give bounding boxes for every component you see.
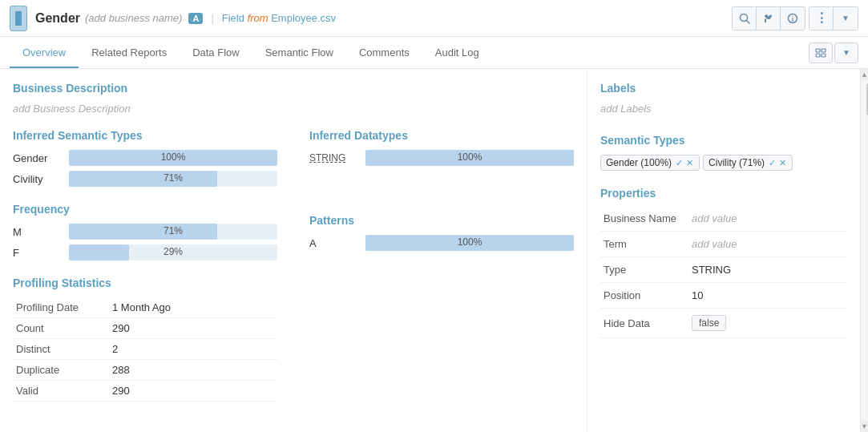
pattern-pct-0: 100% xyxy=(458,236,482,248)
semantic-tag-0-check[interactable]: ✓ xyxy=(675,158,684,168)
search-button[interactable] xyxy=(733,7,757,30)
pattern-row-0: A 100% xyxy=(309,235,574,251)
stat-value-1: 290 xyxy=(109,318,277,339)
semantic-tag-0: Gender (100%) ✓ ✕ xyxy=(600,155,700,171)
add-business-description[interactable]: add Business Description xyxy=(13,103,574,115)
stat-key-1: Count xyxy=(13,318,109,339)
more-dropdown-button[interactable]: ▼ xyxy=(834,7,858,30)
semantic-types-section: Semantic Types Gender (100%) ✓ ✕ Civilit… xyxy=(600,134,847,171)
more-button-group: ⋮ ▼ xyxy=(809,6,858,30)
inferred-datatype-pct-0: 100% xyxy=(458,151,482,163)
inferred-semantic-label-1: Civility xyxy=(13,173,69,185)
inferred-semantic-pct-0: 100% xyxy=(161,151,186,163)
business-description-title: Business Description xyxy=(13,82,574,95)
tab-data-flow[interactable]: Data Flow xyxy=(180,38,252,68)
frequency-bar-0: 71% xyxy=(69,224,277,240)
frequency-pct-0: 71% xyxy=(164,225,183,236)
prop-value-business-name[interactable]: add value xyxy=(692,212,737,224)
semantic-tag-label-1: Civility (71%) xyxy=(709,157,765,168)
scrollbar-down[interactable]: ▼ xyxy=(861,421,869,432)
inferred-semantic-bar-1: 71% xyxy=(69,171,277,187)
page-subtitle: (add business name) xyxy=(85,12,182,24)
frequency-pct-1: 29% xyxy=(164,246,183,257)
prop-row-business-name: Business Name add value xyxy=(600,206,847,232)
more-options-button[interactable]: ⋮ xyxy=(809,7,834,30)
prop-row-type: Type STRING xyxy=(600,257,847,283)
page-title: Gender xyxy=(35,11,80,26)
prop-row-hide-data: Hide Data false xyxy=(600,309,847,338)
svg-rect-7 xyxy=(822,54,826,57)
semantic-tag-1-check[interactable]: ✓ xyxy=(768,158,777,168)
view-options-button[interactable] xyxy=(809,42,833,63)
stat-row-3: Duplicate 288 xyxy=(13,360,277,381)
properties-title: Properties xyxy=(600,187,847,200)
profiling-statistics-section: Profiling Statistics Profiling Date 1 Mo… xyxy=(13,277,277,402)
inferred-semantic-pct-1: 71% xyxy=(164,172,183,184)
frequency-section: Frequency M 71% F 29% xyxy=(13,203,277,260)
stat-key-2: Distinct xyxy=(13,339,109,360)
semantic-tag-1: Civility (71%) ✓ ✕ xyxy=(703,155,793,171)
stat-value-2: 2 xyxy=(109,339,277,360)
prop-key-term: Term xyxy=(600,232,688,257)
tab-semantic-flow[interactable]: Semantic Flow xyxy=(252,38,346,68)
patterns-section: Patterns A 100% xyxy=(309,214,574,251)
semantic-tag-0-remove[interactable]: ✕ xyxy=(685,158,694,168)
frequency-row-0: M 71% xyxy=(13,224,277,240)
left-col-2: Inferred Datatypes STRING 100% Patterns xyxy=(309,129,574,402)
stat-value-4: 290 xyxy=(109,381,277,402)
tab-overview[interactable]: Overview xyxy=(10,38,79,68)
stat-row-0: Profiling Date 1 Month Ago xyxy=(13,297,277,318)
svg-rect-5 xyxy=(822,49,826,52)
tab-dropdown-button[interactable]: ▼ xyxy=(834,42,858,63)
main-content: Business Description add Business Descri… xyxy=(0,69,868,432)
inferred-datatype-label-0: STRING xyxy=(309,152,365,164)
svg-rect-4 xyxy=(816,49,820,52)
semantic-tag-1-actions: ✓ ✕ xyxy=(768,158,787,168)
add-labels[interactable]: add Labels xyxy=(600,103,847,115)
action-button-group: i xyxy=(732,6,805,30)
field-icon xyxy=(10,6,27,31)
inferred-datatypes-title: Inferred Datatypes xyxy=(309,129,574,142)
frequency-bar-1: 29% xyxy=(69,244,277,260)
semantic-tag-0-actions: ✓ ✕ xyxy=(675,158,694,168)
properties-table: Business Name add value Term add value T… xyxy=(600,206,847,338)
like-button[interactable] xyxy=(757,7,781,30)
inferred-datatype-bar-0: 100% xyxy=(365,150,574,166)
prop-value-hide-data: false xyxy=(692,315,726,331)
labels-title: Labels xyxy=(600,82,847,95)
tab-audit-log[interactable]: Audit Log xyxy=(422,38,492,68)
inferred-datatypes-section: Inferred Datatypes STRING 100% xyxy=(309,129,574,166)
semantic-tag-label-0: Gender (100%) xyxy=(606,157,672,168)
prop-key-business-name: Business Name xyxy=(600,206,688,232)
page-header: Gender (add business name) A | Field fro… xyxy=(0,0,868,37)
stat-value-0: 1 Month Ago xyxy=(109,297,277,318)
semantic-tag-1-remove[interactable]: ✕ xyxy=(778,158,787,168)
right-panel: Labels add Labels Semantic Types Gender … xyxy=(587,69,860,432)
prop-value-term[interactable]: add value xyxy=(692,238,737,250)
pattern-label-0: A xyxy=(309,237,365,249)
stat-key-0: Profiling Date xyxy=(13,297,109,318)
stat-key-4: Valid xyxy=(13,381,109,402)
left-col-1: Inferred Semantic Types Gender 100% Civi… xyxy=(13,129,277,402)
tab-related-reports[interactable]: Related Reports xyxy=(79,38,180,68)
tab-bar: Overview Related Reports Data Flow Seman… xyxy=(0,37,868,69)
left-panel: Business Description add Business Descri… xyxy=(0,69,587,432)
svg-text:i: i xyxy=(792,15,794,23)
inferred-semantic-row-1: Civility 71% xyxy=(13,171,277,187)
semantic-type-tags: Gender (100%) ✓ ✕ Civility (71%) ✓ ✕ xyxy=(600,155,847,171)
inferred-semantic-label-0: Gender xyxy=(13,152,69,164)
scrollbar-up[interactable]: ▲ xyxy=(861,69,869,80)
frequency-title: Frequency xyxy=(13,203,277,216)
semantic-types-title: Semantic Types xyxy=(600,134,847,147)
stats-table: Profiling Date 1 Month Ago Count 290 Dis… xyxy=(13,297,277,402)
inferred-semantic-types-section: Inferred Semantic Types Gender 100% Civi… xyxy=(13,129,277,187)
inferred-semantic-types-title: Inferred Semantic Types xyxy=(13,129,277,142)
inferred-datatype-row-0: STRING 100% xyxy=(309,150,574,166)
svg-rect-6 xyxy=(816,54,820,57)
tab-comments[interactable]: Comments xyxy=(346,38,422,68)
prop-key-hide-data: Hide Data xyxy=(600,309,688,338)
field-meta: Field from Employee.csv xyxy=(222,12,336,24)
prop-row-position: Position 10 xyxy=(600,283,847,309)
prop-value-position: 10 xyxy=(692,289,703,301)
info-button[interactable]: i xyxy=(781,7,805,30)
